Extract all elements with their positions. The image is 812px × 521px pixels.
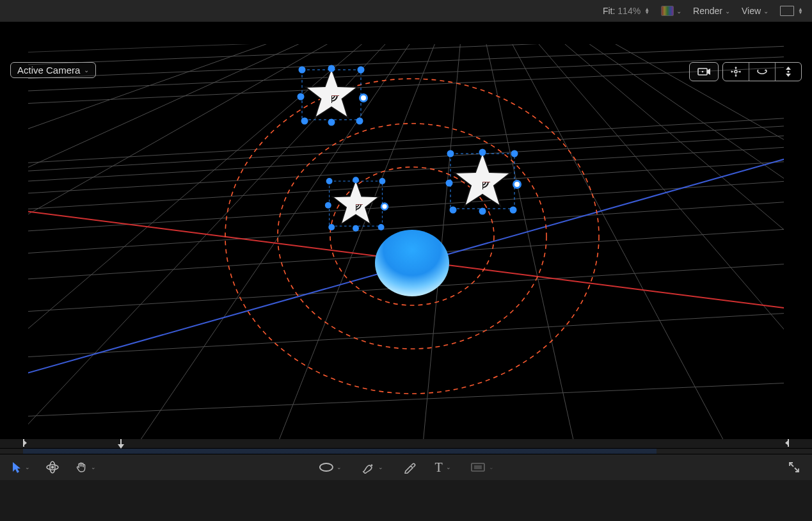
svg-point-49 <box>328 119 335 126</box>
sphere-object <box>375 230 449 296</box>
rectangle-icon <box>780 6 794 16</box>
svg-point-71 <box>702 71 704 73</box>
svg-point-50 <box>356 118 363 125</box>
3d-nav-cluster <box>689 62 802 81</box>
svg-line-37 <box>28 44 784 57</box>
svg-point-67 <box>479 208 486 215</box>
svg-point-79 <box>52 467 54 469</box>
orbit-3d-button[interactable] <box>749 63 775 81</box>
svg-point-64 <box>446 180 453 187</box>
svg-point-48 <box>301 118 308 125</box>
svg-point-45 <box>358 67 365 74</box>
svg-line-35 <box>543 44 784 319</box>
svg-point-66 <box>450 207 457 214</box>
svg-point-54 <box>379 178 385 184</box>
svg-point-58 <box>353 225 359 232</box>
pen-tool[interactable]: ⌄ <box>361 461 383 474</box>
chevron-down-icon: ⌄ <box>84 67 89 74</box>
color-channels-control[interactable]: ⌄ <box>661 6 681 16</box>
svg-line-21 <box>28 44 784 84</box>
svg-point-52 <box>326 178 333 184</box>
svg-point-68 <box>510 207 517 214</box>
timeline-ruler[interactable] <box>0 439 812 449</box>
svg-point-57 <box>328 224 335 230</box>
svg-line-19 <box>28 61 784 109</box>
svg-point-72 <box>735 70 737 73</box>
chevron-down-icon: ⌄ <box>725 8 730 15</box>
render-menu[interactable]: Render ⌄ <box>693 6 730 16</box>
svg-marker-75 <box>786 74 791 77</box>
playhead[interactable] <box>118 439 124 449</box>
svg-line-14 <box>28 153 784 217</box>
text-tool[interactable]: T ⌄ <box>434 460 450 475</box>
fit-control[interactable]: Fit: 114% ▲▼ <box>603 6 649 16</box>
pan-tool[interactable]: ⌄ <box>75 461 96 474</box>
svg-point-59 <box>378 224 385 230</box>
svg-point-55 <box>325 202 331 209</box>
star-object-3 <box>446 149 521 215</box>
svg-point-62 <box>479 149 486 156</box>
stepper-icon: ▲▼ <box>798 8 803 14</box>
svg-point-61 <box>447 150 454 157</box>
camera-frame-button[interactable] <box>689 62 719 81</box>
chevron-down-icon: ⌄ <box>337 464 342 470</box>
3d-viewport[interactable] <box>28 44 784 454</box>
shape-tool[interactable]: ⌄ <box>318 462 342 472</box>
svg-point-53 <box>353 177 359 183</box>
camera-label: Active Camera <box>17 65 80 76</box>
svg-line-34 <box>527 44 784 403</box>
svg-line-7 <box>28 172 784 239</box>
chevron-down-icon: ⌄ <box>489 464 494 470</box>
3d-transform-tool[interactable] <box>45 461 60 474</box>
svg-point-44 <box>328 65 335 72</box>
view-menu[interactable]: View ⌄ <box>742 6 768 16</box>
star-object-2 <box>325 177 388 232</box>
svg-marker-73 <box>786 67 791 70</box>
safe-zones-control[interactable]: ▲▼ <box>780 6 803 16</box>
svg-line-32 <box>28 44 369 313</box>
chevron-down-icon: ⌄ <box>763 8 768 15</box>
svg-point-63 <box>511 150 518 157</box>
text-tool-label: T <box>434 460 442 475</box>
stepper-icon: ▲▼ <box>644 8 649 14</box>
tools-toolbar: ⌄ ⌄ ⌄ ⌄ T ⌄ <box>0 454 812 480</box>
expand-viewer-button[interactable] <box>788 461 800 474</box>
mask-tool[interactable]: ⌄ <box>470 462 494 472</box>
svg-line-18 <box>28 110 784 170</box>
svg-point-65 <box>514 181 521 188</box>
svg-line-29 <box>495 44 751 454</box>
svg-line-16 <box>28 127 784 189</box>
svg-rect-83 <box>474 465 482 469</box>
camera-popup[interactable]: Active Camera ⌄ <box>10 62 96 78</box>
fit-label: Fit: <box>603 6 615 16</box>
svg-point-80 <box>319 463 332 471</box>
canvas-area: Active Camera ⌄ <box>0 22 812 480</box>
svg-line-12 <box>28 377 784 422</box>
3d-transform-group <box>722 62 802 81</box>
star-object-1 <box>298 65 367 126</box>
svg-point-74 <box>787 70 789 72</box>
fit-value: 114% <box>617 6 641 16</box>
svg-point-81 <box>370 465 372 467</box>
chevron-down-icon: ⌄ <box>378 464 383 470</box>
in-point-marker[interactable] <box>23 440 27 446</box>
render-label: Render <box>693 6 722 16</box>
chevron-down-icon: ⌄ <box>446 464 451 470</box>
svg-line-30 <box>511 44 784 454</box>
rainbow-icon <box>661 6 674 16</box>
svg-marker-76 <box>13 462 20 473</box>
select-tool[interactable]: ⌄ <box>12 461 30 474</box>
svg-point-56 <box>381 204 388 210</box>
paint-tool[interactable] <box>402 461 415 474</box>
pan-3d-button[interactable] <box>723 63 749 81</box>
svg-point-43 <box>299 67 306 74</box>
view-label: View <box>742 6 761 16</box>
chevron-down-icon: ⌄ <box>676 8 681 15</box>
out-point-marker[interactable] <box>785 440 789 446</box>
dolly-3d-button[interactable] <box>775 63 801 81</box>
chevron-down-icon: ⌄ <box>25 464 30 470</box>
svg-line-17 <box>28 118 784 179</box>
svg-point-46 <box>298 93 305 100</box>
viewer-options-bar: Fit: 114% ▲▼ ⌄ Render ⌄ View ⌄ ▲▼ <box>0 0 812 22</box>
chevron-down-icon: ⌄ <box>91 464 96 470</box>
